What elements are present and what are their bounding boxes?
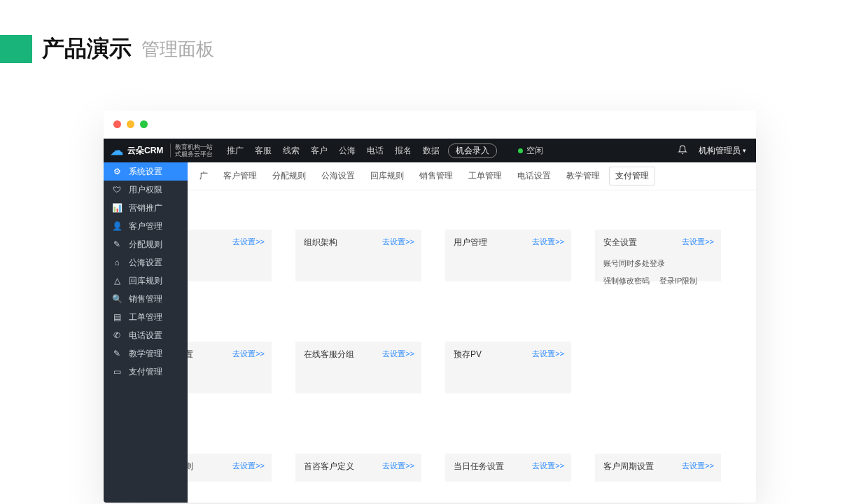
user-menu[interactable]: 机构管理员 ▾ [699,145,746,157]
tab[interactable]: 支付管理 [609,167,655,186]
status-text: 空闲 [526,145,543,157]
nav-item[interactable]: 数据 [423,145,440,157]
sidebar-item[interactable]: ⌂公海设置 [104,253,188,272]
sidebar-label: 客户管理 [129,220,162,232]
nav-item[interactable]: 客户 [311,145,328,157]
sidebar-label: 用户权限 [129,184,162,196]
sidebar-icon: 📊 [112,203,122,213]
sidebar-label: 工单管理 [129,312,162,323]
tab[interactable]: 广 [193,167,214,186]
card-chips: 账号同时多处登录 强制修改密码 登录IP限制 [603,258,713,286]
go-link[interactable]: 去设置>> [682,461,714,471]
sidebar-label: 营销推广 [129,202,162,214]
cards-area: 去设置>> 组织架构 去设置>> 用户管理 去设置>> 安全设置 去设置>> 账… [188,198,756,503]
card-title: 在线客服分组 [304,349,354,359]
sidebar-label: 公海设置 [129,257,162,269]
setting-card[interactable]: 安全设置 去设置>> 账号同时多处登录 强制修改密码 登录IP限制 [595,230,721,281]
sidebar-icon: △ [112,276,122,286]
accent-block [0,35,32,63]
status-dot-icon [518,148,523,153]
sidebar-item[interactable]: ✎教学管理 [104,344,188,363]
sidebar-item[interactable]: 📊营销推广 [104,199,188,217]
go-link[interactable]: 去设置>> [532,349,564,359]
logo-tagline: 教育机构一站式服务云平台 [170,144,213,158]
app-window: ☁ 云朵CRM 教育机构一站式服务云平台 推广 客服 线索 客户 公海 电话 报… [104,111,756,503]
sidebar-icon: ⚙ [112,167,122,176]
nav-item[interactable]: 电话 [367,145,384,157]
sidebar-item[interactable]: ▭支付管理 [104,363,188,381]
card-title: 安全设置 [603,237,637,247]
go-link[interactable]: 去设置>> [232,461,265,471]
setting-card[interactable]: 客户周期设置 去设置>> [595,454,721,482]
tab[interactable]: 教学管理 [560,167,606,186]
sidebar-item[interactable]: 👤客户管理 [104,217,188,235]
sidebar-label: 教学管理 [129,348,162,360]
cloud-icon: ☁ [111,143,123,158]
min-dot[interactable] [127,120,134,128]
nav-item[interactable]: 报名 [395,145,412,157]
setting-card[interactable]: 置 去设置>> [188,342,272,393]
sidebar-item[interactable]: ▤工单管理 [104,308,188,326]
go-link[interactable]: 去设置>> [382,237,414,247]
nav-item[interactable]: 公海 [339,145,356,157]
setting-card[interactable]: 去设置>> [188,230,272,281]
card-title: 客户周期设置 [603,461,654,471]
sidebar-item[interactable]: ✎分配规则 [104,235,188,253]
sidebar-item[interactable]: ✆电话设置 [104,326,188,344]
go-link[interactable]: 去设置>> [532,237,564,247]
sidebar-label: 回库规则 [129,275,162,287]
tab[interactable]: 工单管理 [462,167,508,186]
chevron-down-icon: ▾ [743,147,746,154]
setting-card[interactable]: 用户管理 去设置>> [445,230,571,281]
sidebar-item[interactable]: ⚙系统设置 [104,162,188,181]
tab[interactable]: 客户管理 [217,167,263,186]
nav-item[interactable]: 推广 [227,145,244,157]
chip: 强制修改密码 [603,276,650,286]
record-button[interactable]: 机会录入 [448,144,497,158]
go-link[interactable]: 去设置>> [232,349,265,359]
sidebar-icon: ✆ [112,330,122,340]
sidebar-icon: 👤 [112,221,122,231]
sidebar-item[interactable]: △回库规则 [104,272,188,290]
go-link[interactable]: 去设置>> [682,237,714,247]
sidebar-icon: ▭ [112,367,122,377]
status-indicator: 空闲 [518,145,543,157]
setting-card[interactable]: 预存PV 去设置>> [445,342,571,393]
tab[interactable]: 回库规则 [364,167,410,186]
nav-item[interactable]: 线索 [283,145,300,157]
setting-card[interactable]: 则 去设置>> [188,454,272,482]
setting-card[interactable]: 当日任务设置 去设置>> [445,454,571,482]
tab[interactable]: 分配规则 [266,167,312,186]
zoom-dot[interactable] [140,120,148,128]
sidebar-label: 销售管理 [129,293,162,305]
topnav: ☁ 云朵CRM 教育机构一站式服务云平台 推广 客服 线索 客户 公海 电话 报… [104,139,756,162]
tab[interactable]: 销售管理 [413,167,459,186]
window-controls [113,120,148,128]
user-label: 机构管理员 [699,145,741,157]
sidebar-label: 分配规则 [129,239,162,251]
card-title: 用户管理 [454,237,487,247]
go-link[interactable]: 去设置>> [232,237,265,247]
page-subtitle: 管理面板 [141,37,214,62]
bell-icon[interactable] [678,145,687,157]
go-link[interactable]: 去设置>> [382,349,414,359]
setting-card[interactable]: 在线客服分组 去设置>> [295,342,421,393]
go-link[interactable]: 去设置>> [532,461,564,471]
sidebar-label: 支付管理 [129,366,162,378]
setting-card[interactable]: 首咨客户定义 去设置>> [295,454,421,482]
go-link[interactable]: 去设置>> [382,461,414,471]
nav-item[interactable]: 客服 [255,145,272,157]
sidebar: ⚙系统设置🛡用户权限📊营销推广👤客户管理✎分配规则⌂公海设置△回库规则🔍销售管理… [104,162,188,503]
close-dot[interactable] [113,120,121,128]
card-title: 当日任务设置 [454,461,504,471]
sidebar-item[interactable]: 🛡用户权限 [104,181,188,199]
sidebar-label: 电话设置 [129,330,162,342]
sidebar-label: 系统设置 [129,166,162,178]
logo-text: 云朵CRM [127,145,163,157]
setting-card[interactable]: 组织架构 去设置>> [295,230,421,281]
tab[interactable]: 电话设置 [511,167,557,186]
sidebar-icon: 🛡 [112,185,122,195]
tab[interactable]: 公海设置 [315,167,361,186]
page-title: 产品演示 [42,34,132,64]
sidebar-item[interactable]: 🔍销售管理 [104,290,188,308]
